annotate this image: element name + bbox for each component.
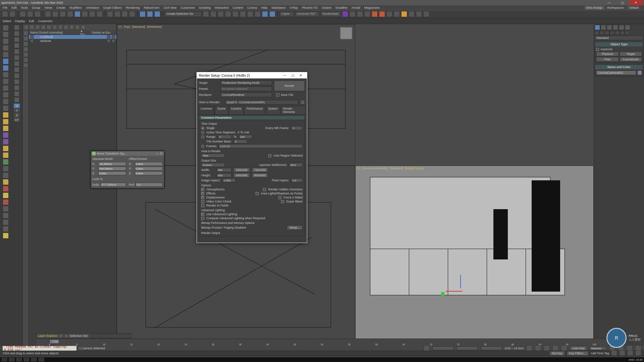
tool-icon[interactable] <box>3 186 9 192</box>
select-icon[interactable] <box>45 11 51 17</box>
tool-icon[interactable] <box>3 226 9 232</box>
window-maximize[interactable]: ▢ <box>616 0 629 5</box>
dialog-min-icon[interactable]: — <box>281 74 289 77</box>
tool-icon[interactable] <box>3 172 9 178</box>
adv-use[interactable] <box>201 213 204 216</box>
col-box[interactable] <box>107 39 110 43</box>
tool-icon[interactable] <box>3 213 9 219</box>
axis-x[interactable]: X <box>14 104 20 108</box>
object-color-swatch[interactable] <box>637 70 642 75</box>
layer-explorer-label[interactable]: Layer Explorer <box>38 334 58 338</box>
object-name-input[interactable]: CoronaCamera001 <box>596 70 636 75</box>
spinner-snap-icon[interactable] <box>129 11 135 17</box>
dialog-titlebar[interactable]: Render Setup: Corona 5 (Hotfix 2) — ▢ ✕ <box>197 72 307 78</box>
frames-radio[interactable] <box>201 145 204 148</box>
menu-item[interactable]: Rendering <box>126 6 140 9</box>
menu-item[interactable]: RebusFarm <box>144 6 160 9</box>
tool-icon[interactable] <box>14 97 19 103</box>
menu-item[interactable]: Views <box>44 6 52 9</box>
setkey-button[interactable]: Set Key <box>549 351 565 356</box>
geometry-icon[interactable] <box>595 31 599 35</box>
tool-icon[interactable] <box>3 58 9 64</box>
menu-item[interactable]: Animation <box>86 6 99 9</box>
render-setup-icon[interactable] <box>247 11 253 17</box>
systems-icon[interactable] <box>625 31 630 35</box>
menu-item[interactable]: Civil View <box>164 6 177 9</box>
opt-disp[interactable] <box>201 196 204 199</box>
material-editor-icon[interactable] <box>240 11 246 17</box>
menu-item[interactable]: Content <box>232 6 243 9</box>
tool-icon[interactable] <box>3 125 9 131</box>
plugin-icon[interactable] <box>394 11 400 17</box>
filter-icon[interactable] <box>75 25 80 29</box>
tab-camera[interactable]: Camera <box>229 106 244 114</box>
link-icon[interactable] <box>20 11 26 17</box>
tool-icon[interactable] <box>3 132 9 138</box>
menu-item[interactable]: Phoenix FD <box>302 6 318 9</box>
autogrid-check[interactable]: AutoGrid <box>596 48 642 51</box>
create-physical-button[interactable]: Physical <box>596 52 619 56</box>
category-select[interactable]: Standard <box>595 36 643 40</box>
tool-icon[interactable] <box>3 78 9 84</box>
range-from-input[interactable]: 0 <box>218 135 231 139</box>
image-aspect-input[interactable]: 1.333 <box>222 178 236 182</box>
axis-y[interactable]: Y <box>14 108 20 113</box>
scene-row[interactable]: windows <box>29 39 116 43</box>
target-select[interactable]: Production Rendering Mode <box>220 80 272 85</box>
axis-constraints-icon[interactable] <box>147 11 153 17</box>
captur-box[interactable]: Captur <box>280 11 294 17</box>
selection-set-select[interactable] <box>90 334 130 338</box>
rendermask-box[interactable]: RenderMask <box>321 11 341 17</box>
help-icon[interactable] <box>3 233 9 239</box>
menu-item[interactable]: Customize <box>180 6 195 9</box>
col-box[interactable] <box>112 39 115 43</box>
workspace-select[interactable]: Default <box>626 6 641 10</box>
pixel-aspect-input[interactable]: 1.0 <box>291 178 303 182</box>
tool-icon[interactable] <box>3 139 9 145</box>
menu-item[interactable]: Megascans <box>364 6 380 9</box>
tool-icon[interactable] <box>14 31 19 36</box>
renderer-select[interactable]: CoronaRenderer <box>220 93 272 97</box>
se-side-icon[interactable] <box>23 42 28 46</box>
plugin-icon[interactable] <box>342 11 348 17</box>
lights-icon[interactable] <box>605 31 609 35</box>
create-tab-icon[interactable] <box>595 25 600 30</box>
undo-icon[interactable] <box>2 11 8 17</box>
menu-item[interactable]: Group <box>32 6 40 9</box>
nth-frame-input[interactable]: 1 <box>291 126 303 130</box>
display-tab-icon[interactable] <box>619 25 624 30</box>
abs-z-input[interactable]: 0,0cm <box>98 171 126 175</box>
window-crossing-icon[interactable] <box>67 11 73 17</box>
tool-icon[interactable] <box>3 166 9 172</box>
menu-item[interactable]: File <box>3 6 8 9</box>
sub-item[interactable]: Edit <box>29 19 35 23</box>
menu-item[interactable]: Create <box>56 6 65 9</box>
curve-editor-icon[interactable] <box>225 11 231 17</box>
filter-icon[interactable] <box>58 25 63 29</box>
create-coronacam-button[interactable]: CoronaCam <box>620 57 642 62</box>
tool-icon[interactable] <box>3 179 9 185</box>
filter-icon[interactable] <box>52 25 57 29</box>
render-button[interactable]: Render <box>274 80 305 91</box>
plugin-icon[interactable] <box>379 11 385 17</box>
rollout-header[interactable]: Name and Color <box>595 65 643 69</box>
coord-y[interactable] <box>457 346 478 350</box>
viewport-label[interactable]: [+] [CoronaCamera001] [Standard] [Edged … <box>357 167 424 170</box>
sub-item[interactable]: Display <box>15 19 25 23</box>
col-frozen[interactable]: ▲ Fro… <box>80 29 90 36</box>
view-select[interactable]: Quad 4 - CoronaCamera001 <box>225 100 298 105</box>
autokey-button[interactable]: Auto Key <box>570 346 587 351</box>
tool-icon[interactable] <box>14 25 19 30</box>
opt-vcc[interactable] <box>201 200 204 203</box>
adv-comp[interactable] <box>201 217 204 220</box>
savefile-check[interactable]: Save File <box>274 93 305 97</box>
filter-icon[interactable] <box>35 25 40 29</box>
col-box[interactable] <box>107 35 110 39</box>
menu-item[interactable]: Corona <box>247 6 257 9</box>
cameras-icon[interactable] <box>610 31 614 35</box>
plugin-icon[interactable] <box>401 11 407 17</box>
tool-icon[interactable] <box>3 192 9 198</box>
tool-icon[interactable] <box>3 206 9 212</box>
align-icon[interactable] <box>210 11 216 17</box>
create-target-button[interactable]: Target <box>620 52 642 56</box>
